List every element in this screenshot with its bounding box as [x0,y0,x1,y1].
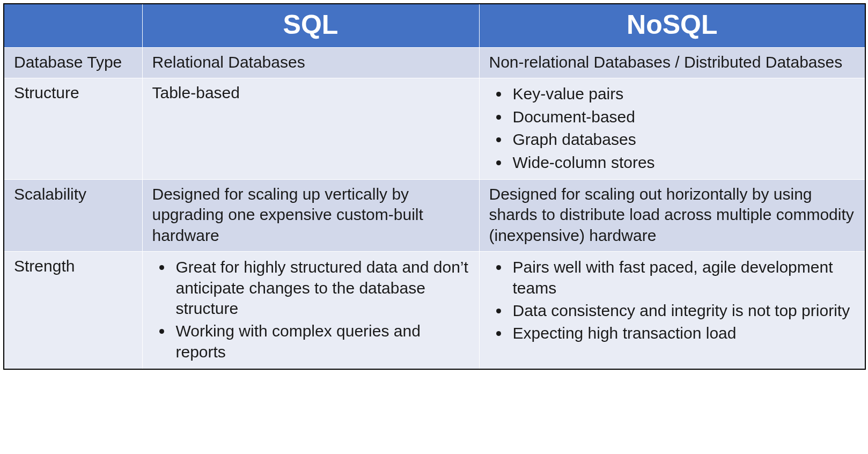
table-row: Scalability Designed for scaling up vert… [4,179,865,251]
row-label-scalability: Scalability [4,179,142,251]
list-item: Pairs well with fast paced, agile develo… [510,256,856,299]
list-item: Wide-column stores [510,151,856,174]
table-row: Strength Great for highly structured dat… [4,252,865,369]
comparison-table: SQL NoSQL Database Type Relational Datab… [3,3,866,370]
nosql-structure-list: Key-value pairs Document-based Graph dat… [489,83,856,174]
row-label-database-type: Database Type [4,48,142,78]
list-item: Graph databases [510,128,856,151]
cell-sql-database-type: Relational Databases [142,48,479,78]
row-label-strength: Strength [4,252,142,369]
cell-sql-structure: Table-based [142,78,479,180]
table-row: Database Type Relational Databases Non-r… [4,48,865,78]
table-header-row: SQL NoSQL [4,4,865,48]
list-item: Working with complex queries and reports [173,320,469,363]
header-blank [4,4,142,48]
list-item: Document-based [510,106,856,128]
sql-strength-list: Great for highly structured data and don… [152,256,469,363]
list-item: Data consistency and integrity is not to… [510,299,856,322]
list-item: Key-value pairs [510,83,856,105]
header-nosql: NoSQL [479,4,865,48]
list-item: Expecting high transaction load [510,322,856,345]
cell-nosql-strength: Pairs well with fast paced, agile develo… [479,252,865,369]
cell-sql-strength: Great for highly structured data and don… [142,252,479,369]
nosql-strength-list: Pairs well with fast paced, agile develo… [489,256,856,345]
table-row: Structure Table-based Key-value pairs Do… [4,78,865,180]
cell-sql-scalability: Designed for scaling up vertically by up… [142,179,479,251]
cell-nosql-scalability: Designed for scaling out horizontally by… [479,179,865,251]
header-sql: SQL [142,4,479,48]
list-item: Great for highly structured data and don… [173,256,469,320]
cell-nosql-database-type: Non-relational Databases / Distributed D… [479,48,865,78]
row-label-structure: Structure [4,78,142,180]
cell-nosql-structure: Key-value pairs Document-based Graph dat… [479,78,865,180]
